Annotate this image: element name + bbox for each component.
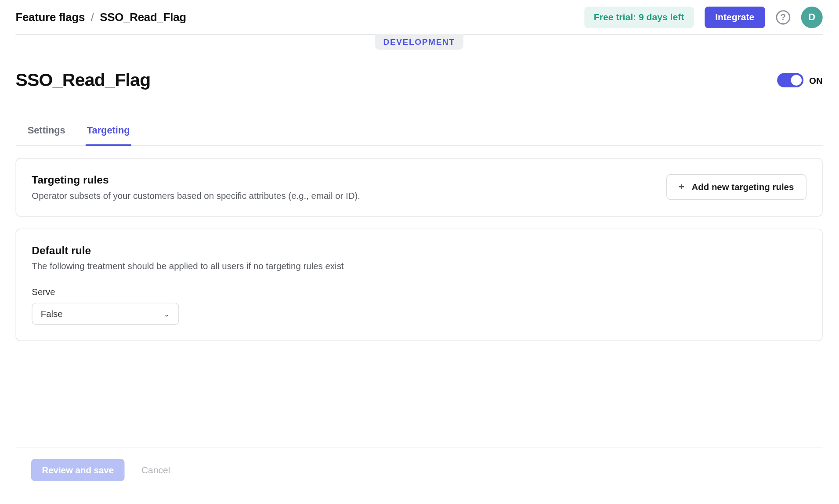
trial-badge[interactable]: Free trial: 9 days left	[584, 6, 694, 28]
targeting-rules-card: Targeting rules Operator subsets of your…	[15, 158, 822, 217]
add-targeting-rule-label: Add new targeting rules	[691, 182, 794, 192]
targeting-rules-header: Targeting rules Operator subsets of your…	[32, 174, 806, 201]
flag-toggle-group: ON	[777, 73, 822, 87]
footer-actions: Review and save Cancel	[15, 448, 822, 481]
default-rule-title: Default rule	[32, 245, 806, 257]
tab-settings[interactable]: Settings	[26, 118, 66, 146]
flag-toggle-label: ON	[809, 75, 823, 85]
flag-toggle[interactable]	[777, 73, 803, 87]
breadcrumb: Feature flags / SSO_Read_Flag	[15, 11, 186, 24]
help-icon[interactable]: ?	[776, 10, 790, 24]
targeting-rules-desc: Operator subsets of your customers based…	[32, 190, 360, 200]
add-targeting-rule-button[interactable]: + Add new targeting rules	[666, 174, 806, 200]
cancel-button[interactable]: Cancel	[141, 464, 170, 475]
targeting-rules-title: Targeting rules	[32, 174, 360, 187]
header-bar: Feature flags / SSO_Read_Flag Free trial…	[15, 0, 822, 35]
tabs: Settings Targeting	[15, 118, 822, 146]
breadcrumb-current: SSO_Read_Flag	[100, 11, 186, 24]
header-actions: Free trial: 9 days left Integrate ? D	[584, 6, 823, 28]
toggle-knob	[791, 75, 802, 86]
default-rule-desc: The following treatment should be applie…	[32, 261, 806, 271]
serve-select-value: False	[41, 309, 63, 319]
default-rule-card: Default rule The following treatment sho…	[15, 229, 822, 341]
page-title: SSO_Read_Flag	[15, 70, 150, 90]
title-row: SSO_Read_Flag ON	[15, 70, 822, 90]
serve-select[interactable]: False ⌄	[32, 303, 179, 325]
serve-label: Serve	[32, 287, 806, 297]
chevron-down-icon: ⌄	[164, 310, 170, 318]
avatar[interactable]: D	[801, 6, 823, 28]
breadcrumb-root[interactable]: Feature flags	[15, 11, 85, 24]
plus-icon: +	[679, 182, 684, 192]
tab-targeting[interactable]: Targeting	[86, 118, 131, 146]
review-and-save-button[interactable]: Review and save	[31, 459, 125, 481]
environment-badge: DEVELOPMENT	[375, 34, 463, 50]
integrate-button[interactable]: Integrate	[705, 6, 765, 28]
environment-row: DEVELOPMENT	[15, 34, 822, 50]
serve-select-wrap: False ⌄	[32, 303, 179, 325]
breadcrumb-separator: /	[91, 11, 94, 24]
